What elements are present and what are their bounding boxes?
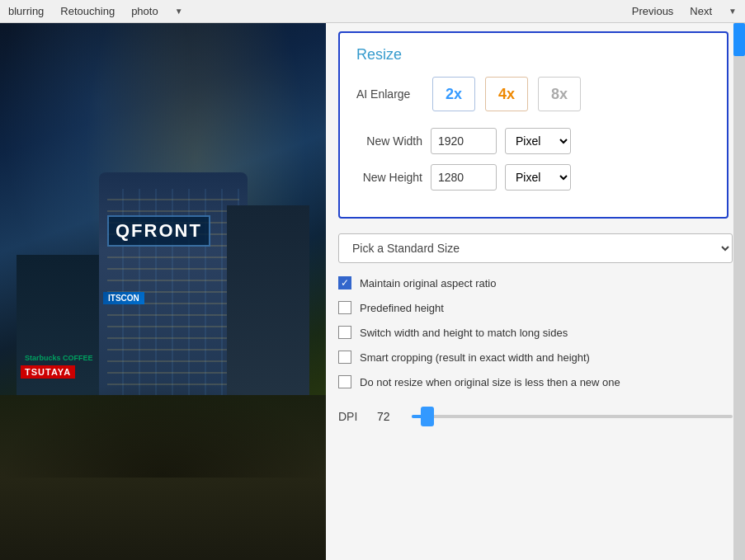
checkbox-label-2: Switch width and height to match long si… [360,327,568,339]
ai-enlarge-label: AI Enlarge [356,87,422,101]
scrollbar-thumb[interactable] [733,23,745,56]
dpi-slider-container[interactable] [412,408,733,425]
checkbox-predefined-height[interactable] [338,301,351,314]
new-height-label: New Height [356,171,422,184]
checkbox-row-2: Switch width and height to match long si… [338,326,733,339]
logo-itscon: ITSCON [103,292,144,304]
sign-qfront: QFRONT [107,215,210,247]
photo-area: QFRONT ITSCON Starbucks COFFEE TSUTAYA [0,23,326,560]
checkbox-row-4: Do not resize when original size is less… [338,375,733,388]
ai-enlarge-row: AI Enlarge 2x 4x 8x [356,77,710,111]
scrollbar-track [733,23,745,560]
logo-tsutaya: TSUTAYA [21,365,75,379]
width-input[interactable] [431,128,497,154]
checkbox-switch-width-height[interactable] [338,326,351,339]
main-content: QFRONT ITSCON Starbucks COFFEE TSUTAYA R… [0,23,745,560]
dpi-slider-thumb[interactable] [421,407,434,426]
dpi-value: 72 [377,410,402,423]
btn-2x[interactable]: 2x [432,77,475,111]
new-width-label: New Width [356,134,422,148]
checkbox-label-0: Maintain original aspect ratio [360,277,496,289]
standard-size-row: Pick a Standard Size [338,233,733,263]
dpi-label: DPI [338,410,367,423]
width-unit-select[interactable]: Pixel [505,128,571,154]
topbar-blurring[interactable]: blurring [8,5,44,17]
standard-size-select[interactable]: Pick a Standard Size [338,233,733,263]
checkbox-smart-cropping[interactable] [338,351,351,364]
dpi-section: DPI 72 [338,408,733,425]
height-input[interactable] [431,164,497,191]
new-width-row: New Width Pixel [356,128,710,154]
checkbox-row-1: Predefined height [338,301,733,314]
checkbox-label-4: Do not resize when original size is less… [360,376,620,388]
checkbox-row-3: Smart cropping (result in exact width an… [338,351,733,364]
btn-4x[interactable]: 4x [485,77,528,111]
top-bar: blurring Retouching photo ▼ Previous Nex… [0,0,745,23]
topbar-retouching[interactable]: Retouching [60,5,115,17]
checkbox-do-not-resize[interactable] [338,375,351,388]
topbar-next-arrow: ▼ [728,7,737,16]
logo-starbucks: Starbucks COFFEE [25,354,93,362]
people [0,379,326,478]
topbar-arrow: ▼ [175,7,183,16]
checkbox-label-3: Smart cropping (result in exact width an… [360,351,590,364]
checkbox-maintain-aspect[interactable] [338,276,351,289]
btn-8x[interactable]: 8x [538,77,581,111]
right-panel: Resize AI Enlarge 2x 4x 8x New Width Pix… [326,23,745,560]
checkbox-label-1: Predefined height [360,302,444,314]
new-height-row: New Height Pixel [356,164,710,191]
checkbox-row-0: Maintain original aspect ratio [338,276,733,289]
resize-box: Resize AI Enlarge 2x 4x 8x New Width Pix… [338,31,728,219]
topbar-photo[interactable]: photo [131,5,158,17]
topbar-next[interactable]: Next [690,5,712,17]
checkboxes-section: Maintain original aspect ratio Predefine… [338,276,733,388]
topbar-previous[interactable]: Previous [632,5,674,17]
height-unit-select[interactable]: Pixel [505,164,571,191]
dpi-slider-track [412,415,733,418]
resize-title: Resize [356,46,710,64]
